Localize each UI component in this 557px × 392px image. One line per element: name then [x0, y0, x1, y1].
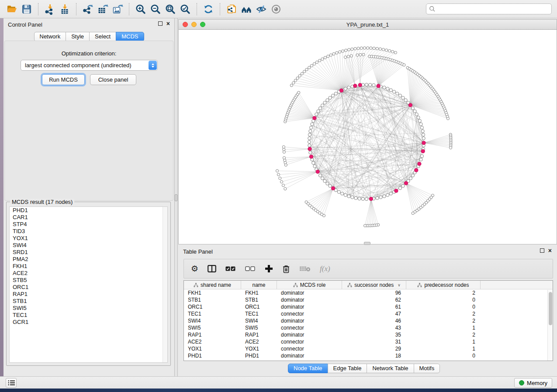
mcds-result-item[interactable]: ORC1: [10, 284, 167, 291]
table-row[interactable]: PHD1PHD1dominator180: [184, 352, 553, 359]
splitter-handle[interactable]: [175, 194, 177, 201]
shared-column-icon: [293, 283, 298, 287]
table-row[interactable]: FKH1FKH1dominator962: [184, 289, 553, 296]
cell-shared-name: YOX1: [184, 346, 241, 352]
mcds-result-item[interactable]: ACE2: [10, 270, 167, 277]
search-icon: [429, 6, 436, 12]
shared-column-icon: [194, 283, 198, 287]
panel-splitter[interactable]: [174, 18, 178, 376]
delete-column-button[interactable]: [282, 265, 290, 273]
mcds-result-item[interactable]: SWI5: [10, 305, 167, 312]
table-tab-motifs[interactable]: Motifs: [414, 364, 440, 373]
table-row[interactable]: YOX1YOX1connector291: [184, 345, 553, 352]
clone-network-button[interactable]: [224, 2, 239, 17]
column-header-shared-name[interactable]: shared name: [184, 281, 241, 289]
table-tab-node-table[interactable]: Node Table: [288, 364, 328, 373]
mcds-result-item[interactable]: TEC1: [10, 312, 167, 319]
hide-selected-button[interactable]: [254, 2, 269, 17]
cell-MCDS-role: connector: [277, 339, 342, 345]
network-workspace: YPA_prune.txt_1 Table Panel × ⚙: [178, 18, 557, 376]
table-row[interactable]: TEC1TEC1connector472: [184, 310, 553, 317]
import-table-button[interactable]: [57, 2, 72, 17]
cell-successor-nodes: 47: [342, 311, 406, 317]
eye-slash-icon: [256, 3, 267, 15]
column-header-successor-nodes[interactable]: successor nodes∨: [342, 281, 406, 289]
tab-style[interactable]: Style: [66, 32, 90, 41]
table-scrollbar-thumb[interactable]: [549, 292, 552, 325]
table-row[interactable]: STB1STB1dominator620: [184, 296, 553, 303]
column-header-name[interactable]: name: [241, 281, 277, 289]
cell-shared-name: TEC1: [184, 311, 241, 317]
table-row[interactable]: RAP1RAP1dominator352: [184, 331, 553, 338]
close-panel-button[interactable]: Close panel: [90, 74, 136, 85]
table-row[interactable]: ACE2ACE2connector311: [184, 338, 553, 345]
table-scrollbar[interactable]: [547, 290, 553, 361]
task-list-icon: [8, 380, 15, 386]
mcds-result-item[interactable]: STP4: [10, 221, 167, 228]
memory-button[interactable]: Memory: [514, 378, 552, 388]
table-row[interactable]: SWI5SWI5connector431: [184, 324, 553, 331]
horizontal-splitter-handle[interactable]: [364, 242, 370, 245]
mcds-result-item[interactable]: YOX1: [10, 235, 167, 242]
cell-name: ACE2: [241, 339, 277, 345]
mcds-result-item[interactable]: SRD1: [10, 249, 167, 256]
column-header-predecessor-nodes[interactable]: predecessor nodes: [406, 281, 481, 289]
show-all-button[interactable]: [269, 2, 284, 17]
mcds-result-item[interactable]: STB1: [10, 298, 167, 305]
mcds-result-item[interactable]: PHD1: [10, 207, 167, 214]
tab-select[interactable]: Select: [89, 32, 116, 41]
float-table-panel-icon[interactable]: [540, 248, 544, 253]
zoom-selected-button[interactable]: [178, 2, 193, 17]
zoom-selected-icon: [180, 3, 191, 15]
zoom-out-button[interactable]: [148, 2, 163, 17]
apply-layout-button[interactable]: [201, 2, 216, 17]
mcds-result-item[interactable]: GCR1: [10, 319, 167, 326]
task-monitor-button[interactable]: [6, 378, 17, 388]
network-view[interactable]: [178, 30, 557, 244]
search-input[interactable]: [436, 6, 549, 12]
first-neighbors-button[interactable]: [239, 2, 254, 17]
export-network-button[interactable]: [80, 2, 95, 17]
mcds-result-item[interactable]: CAR1: [10, 214, 167, 221]
run-mcds-button[interactable]: Run MCDS: [42, 74, 85, 85]
save-session-button[interactable]: [19, 2, 34, 17]
zoom-fit-button[interactable]: [163, 2, 178, 17]
close-panel-icon[interactable]: ×: [166, 21, 170, 26]
export-table-button[interactable]: [95, 2, 110, 17]
mcds-result-group: MCDS result (17 nodes) PHD1CAR1STP4TID3Y…: [6, 202, 171, 366]
float-panel-icon[interactable]: [158, 21, 163, 26]
mcds-result-item[interactable]: SWI4: [10, 242, 167, 249]
close-table-panel-icon[interactable]: ×: [548, 248, 552, 253]
criterion-selected-value: largest connected component (undirected): [21, 62, 149, 69]
optimization-criterion-select[interactable]: largest connected component (undirected): [21, 60, 158, 71]
table-row[interactable]: SWI4SWI4dominator462: [184, 317, 553, 324]
tab-network[interactable]: Network: [34, 32, 66, 41]
mcds-result-item[interactable]: TID3: [10, 228, 167, 235]
open-file-button[interactable]: [4, 2, 19, 17]
table-settings-button[interactable]: ⚙: [191, 265, 198, 273]
zoom-in-button[interactable]: [133, 2, 148, 17]
mcds-result-item[interactable]: RAP1: [10, 291, 167, 298]
column-header-MCDS-role[interactable]: MCDS role: [277, 281, 342, 289]
select-all-button[interactable]: [225, 266, 236, 272]
main-toolbar: [0, 0, 557, 18]
network-window-titlebar[interactable]: YPA_prune.txt_1: [178, 19, 557, 30]
add-column-button[interactable]: [265, 265, 273, 273]
mcds-result-item[interactable]: PMA2: [10, 256, 167, 263]
network-canvas[interactable]: [179, 30, 557, 244]
column-header-filler: [481, 281, 553, 289]
mcds-result-item[interactable]: STB5: [10, 277, 167, 284]
table-tab-network-table[interactable]: Network Table: [367, 364, 414, 373]
export-image-button[interactable]: [110, 2, 125, 17]
deselect-all-button[interactable]: [245, 266, 256, 272]
split-columns-button[interactable]: [208, 265, 216, 272]
mcds-list-scrollbar[interactable]: [163, 207, 167, 362]
mcds-result-item[interactable]: FKH1: [10, 263, 167, 270]
import-network-button[interactable]: [42, 2, 57, 17]
table-tab-edge-table[interactable]: Edge Table: [328, 364, 367, 373]
toolbar-separator: [129, 3, 129, 15]
tab-mcds[interactable]: MCDS: [116, 32, 144, 41]
delete-table-button[interactable]: [299, 265, 311, 272]
table-row[interactable]: ORC1ORC1dominator610: [184, 303, 553, 310]
function-builder-button[interactable]: f(x): [320, 265, 330, 273]
